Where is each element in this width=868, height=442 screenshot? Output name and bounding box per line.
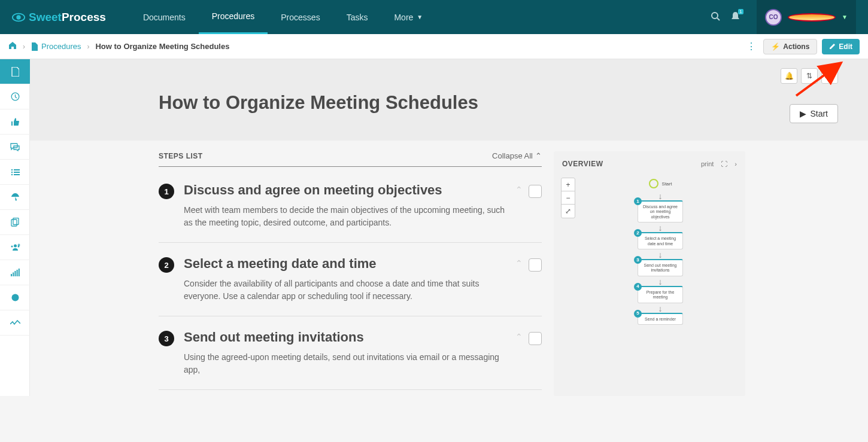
step-content: Select a meeting date and time Consider … [184,256,506,303]
flow-arrow-icon: ↓ [658,304,663,313]
edit-button[interactable]: Edit [822,39,860,54]
overview-zoom-controls: + − ⤢ [561,178,575,218]
topnav-right: 1 CO ▼ [711,0,856,34]
body-columns: STEPS LIST Collapse All ⌃ 1 Discuss and … [30,141,868,396]
svg-point-6 [11,169,12,170]
content: 🔔 ⇅ 🌐 How to Organize Meeting Schedules … [30,59,868,396]
svg-point-24 [11,294,19,301]
step-item: 2 Select a meeting date and time Conside… [159,249,542,316]
svg-line-3 [717,18,720,20]
sidebar-activity-icon[interactable] [0,310,30,336]
step-checkbox[interactable] [529,332,542,345]
home-icon[interactable] [8,41,17,51]
step-checkbox[interactable] [529,258,542,272]
edit-icon [829,43,836,50]
flow-node-badge: 5 [634,310,642,318]
top-navbar: SweetProcess Documents Procedures Proces… [0,0,868,34]
step-description: Using the agreed-upon meeting details, s… [184,351,506,376]
flow-arrow-icon: ↓ [658,251,663,259]
svg-point-1 [16,15,20,19]
chevron-up-icon[interactable]: ⌃ [515,258,523,268]
nav-documents[interactable]: Documents [130,0,199,34]
step-title: Select a meeting date and time [184,256,506,272]
sidebar-users-icon[interactable] [0,235,30,260]
step-description: Consider the availability of all partici… [184,278,506,303]
flow-arrow-icon: ↓ [658,224,663,232]
step-actions: ⌃ [515,332,542,376]
fit-screen-button[interactable]: ⤢ [562,205,575,218]
search-icon[interactable] [711,11,720,23]
crumb-sep: › [23,42,25,51]
sidebar-list-icon[interactable] [0,160,30,185]
zoom-in-button[interactable]: + [562,178,575,191]
bolt-icon: ⚡ [771,42,780,51]
svg-point-8 [11,171,12,172]
expand-icon[interactable]: ⛶ [721,160,727,167]
flow-start-label: Start [662,181,672,187]
zoom-out-button[interactable]: − [562,191,575,205]
bell-badge: 1 [738,9,743,14]
file-icon [31,42,38,51]
svg-rect-18 [19,244,19,246]
crumb-proc-label: Procedures [41,42,81,51]
collapse-all-link[interactable]: Collapse All ⌃ [492,151,542,160]
hero-sort-button[interactable]: ⇅ [801,68,818,84]
flow-node-badge: 4 [634,283,642,291]
actions-label: Actions [783,42,809,51]
sidebar-chat-icon[interactable] [0,135,30,160]
svg-point-10 [11,173,12,175]
chevron-up-icon[interactable]: ⌃ [515,185,523,194]
flow-node-badge: 3 [634,256,642,264]
flow-node[interactable]: 3Send out meeting invitations [638,259,683,276]
print-link[interactable]: print [701,160,714,167]
flow-arrow-icon: ↓ [658,278,663,286]
svg-point-2 [712,13,718,19]
sidebar-copy-icon[interactable] [0,210,30,235]
sidebar-gear-icon[interactable] [0,285,30,310]
overview-title: OVERVIEW [562,160,603,168]
steps-header-title: STEPS LIST [159,152,203,160]
user-name-redacted [788,13,836,22]
main: 🔔 ⇅ 🌐 How to Organize Meeting Schedules … [0,59,868,396]
step-actions: ⌃ [515,258,542,303]
crumb-actions: ⋮ ⚡ Actions Edit [744,38,860,54]
flow-node-badge: 1 [634,197,642,205]
flow-node[interactable]: 1Discuss and agree on meeting objectives [638,200,683,222]
chevron-down-icon: ▼ [417,14,423,20]
hero-bell-button[interactable]: 🔔 [781,68,797,84]
flow-node[interactable]: 4Prepare for the meeting [638,286,683,303]
flow-node[interactable]: 5Send a reminder [638,313,683,325]
overview-column: OVERVIEW print ⛶ › + − ⤢ Start [554,151,745,396]
bell-icon[interactable]: 1 [731,11,740,23]
crumb-procedures[interactable]: Procedures [31,42,81,51]
chevron-up-icon[interactable]: ⌃ [515,332,523,342]
sidebar-clock-icon[interactable] [0,84,30,109]
actions-button[interactable]: ⚡ Actions [763,39,817,54]
sidebar-thumb-icon[interactable] [0,109,30,135]
flow-node-badge: 2 [634,229,642,237]
start-circle-icon [649,179,658,188]
step-checkbox[interactable] [529,185,542,198]
user-menu[interactable]: CO ▼ [757,0,856,34]
nav-tasks[interactable]: Tasks [333,0,381,34]
svg-rect-13 [13,218,19,225]
sidebar-doc-icon[interactable] [0,59,30,84]
step-actions: ⌃ [515,185,542,229]
sidebar-signal-icon[interactable] [0,260,30,285]
step-number-badge: 2 [159,257,174,273]
hero-globe-button[interactable]: 🌐 [821,68,838,84]
more-vertical-icon[interactable]: ⋮ [744,38,758,54]
brand-process: Process [62,11,106,24]
chevron-down-icon: ▼ [842,14,848,20]
nav-procedures[interactable]: Procedures [199,0,268,34]
sidebar-umbrella-icon[interactable] [0,185,30,210]
flow-start: Start [649,179,672,188]
brand-logo[interactable]: SweetProcess [12,11,106,24]
start-button[interactable]: ▶ Start [790,104,838,123]
crumb-sep: › [87,42,89,51]
flow-node[interactable]: 2Select a meeting date and time [638,232,683,249]
chevron-right-icon[interactable]: › [735,160,737,167]
nav-processes[interactable]: Processes [268,0,333,34]
nav-more[interactable]: More▼ [381,0,436,34]
crumb-current: How to Organize Meeting Schedules [95,42,229,51]
